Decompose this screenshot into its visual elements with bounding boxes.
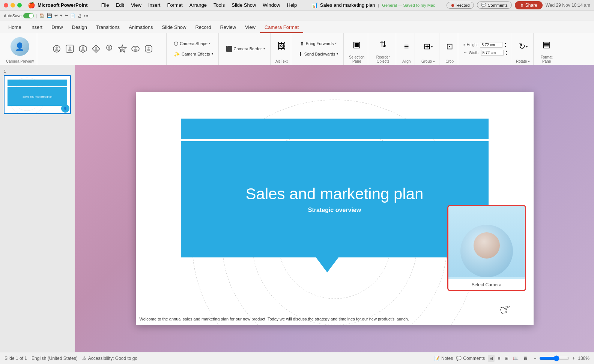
shape-star-btn[interactable] <box>116 43 128 55</box>
view-sorter[interactable]: ⊞ <box>503 355 510 362</box>
rotate-icon: ↻ <box>519 42 525 51</box>
menu-slideshow[interactable]: Slide Show <box>229 2 259 9</box>
autosave-track[interactable] <box>23 13 34 18</box>
menu-file[interactable]: File <box>98 2 112 9</box>
view-outline[interactable]: ≡ <box>496 355 502 362</box>
bring-forwards-btn[interactable]: ⬆ Bring Forwards ▾ <box>296 39 341 48</box>
group-btn[interactable]: ⊞ ▾ <box>424 42 433 51</box>
qa-home[interactable]: 🏠 <box>39 13 45 18</box>
shape-circle-btn[interactable] <box>51 43 63 55</box>
group-label-alt-text[interactable]: Alt Text <box>275 59 288 63</box>
camera-preview-icon: 👤 <box>11 37 29 56</box>
width-input[interactable] <box>481 50 504 56</box>
menu-tools[interactable]: Tools <box>211 2 228 9</box>
svg-point-2 <box>55 49 59 51</box>
tab-animations[interactable]: Animations <box>124 22 157 33</box>
slide-notes-inline: Welcome to the annual sales and marketin… <box>140 317 530 321</box>
camera-widget[interactable]: 🎥 Select Camera <box>447 205 526 291</box>
group-selection-pane: ▣ SelectionPane <box>346 33 368 65</box>
height-input[interactable] <box>480 42 502 48</box>
slide-arrow <box>316 257 338 272</box>
accessibility-status[interactable]: Accessibility: Good to go <box>88 356 137 361</box>
tab-view[interactable]: View <box>241 22 260 33</box>
group-label-group[interactable]: Group ▾ <box>421 59 435 63</box>
menu-view[interactable]: View <box>128 2 144 9</box>
tab-transitions[interactable]: Transitions <box>92 22 124 33</box>
view-reading[interactable]: 📖 <box>511 355 520 362</box>
shape-rounded-square-btn[interactable] <box>143 43 155 55</box>
shape-oval-btn[interactable] <box>129 43 141 55</box>
menu-bar: File Edit View Insert Format Arrange Too… <box>98 2 300 9</box>
minimize-button[interactable] <box>11 3 15 8</box>
slide-title-bar <box>181 119 489 139</box>
qa-undo-dropdown[interactable]: ▾ <box>60 13 62 18</box>
tab-record[interactable]: Record <box>191 22 215 33</box>
shape-diamond-btn[interactable] <box>90 43 102 55</box>
width-increment[interactable]: ▲ <box>505 50 508 53</box>
svg-point-11 <box>94 49 98 51</box>
status-bar: Slide 1 of 1 English (United States) ⚠ A… <box>0 352 594 364</box>
reorder-icon: ⇅ <box>380 40 386 50</box>
group-label-selection-pane[interactable]: SelectionPane <box>349 55 364 63</box>
tab-review[interactable]: Review <box>215 22 241 33</box>
shape-hex-btn[interactable] <box>77 43 89 55</box>
menu-insert[interactable]: Insert <box>145 2 164 9</box>
zoom-slider[interactable] <box>539 355 569 361</box>
svg-point-5 <box>68 49 72 51</box>
autosave-label: AutoSave <box>4 14 22 18</box>
tab-slideshow[interactable]: Slide Show <box>157 22 191 33</box>
menu-format[interactable]: Format <box>164 2 185 9</box>
height-decrement[interactable]: ▼ <box>504 45 507 48</box>
group-label-crop[interactable]: Crop <box>445 59 454 63</box>
tab-home[interactable]: Home <box>4 22 26 33</box>
qa-more[interactable]: ••• <box>84 14 89 18</box>
close-button[interactable] <box>4 3 8 8</box>
rotate-btn[interactable]: ↻ ▾ <box>519 42 528 51</box>
qa-save[interactable]: 💾 <box>47 13 52 18</box>
svg-point-16 <box>121 49 124 51</box>
qa-print[interactable]: 🖨 <box>78 14 82 18</box>
menu-help[interactable]: Help <box>284 2 300 9</box>
width-decrement[interactable]: ▼ <box>505 53 508 56</box>
tab-draw[interactable]: Draw <box>47 22 67 33</box>
height-increment[interactable]: ▲ <box>504 42 507 45</box>
qa-doc[interactable]: 📄 <box>70 13 75 18</box>
view-presenter[interactable]: 🖥 <box>522 355 529 362</box>
align-icon: ≡ <box>404 42 409 51</box>
comments-button[interactable]: 💬 Comments <box>477 2 512 9</box>
camera-shape-btn[interactable]: ⬡ Camera Shape ▾ <box>171 39 213 48</box>
shape-rounded-rect-btn[interactable] <box>64 43 76 55</box>
qa-redo[interactable]: ↪ <box>65 13 68 18</box>
camera-effects-btn[interactable]: ✨ Camera Effects ▾ <box>171 50 215 59</box>
svg-point-19 <box>134 49 137 51</box>
tab-design[interactable]: Design <box>68 22 92 33</box>
autosave-toggle[interactable]: AutoSave <box>4 13 34 18</box>
shape-person-btn[interactable] <box>103 43 115 55</box>
notes-button[interactable]: 📝 Notes <box>434 356 453 361</box>
group-label-align[interactable]: Align <box>402 59 411 63</box>
select-camera-button[interactable]: Select Camera <box>448 279 525 290</box>
slide-thumbnail-1[interactable]: Sales and marketing plan 👤 <box>4 75 71 114</box>
menu-window[interactable]: Window <box>260 2 283 9</box>
zoom-out[interactable]: − <box>532 355 538 362</box>
svg-point-8 <box>81 49 85 51</box>
svg-rect-20 <box>145 45 152 52</box>
group-camera-options: ⬡ Camera Shape ▾ ✨ Camera Effects ▾ <box>168 33 219 65</box>
tab-camera-format[interactable]: Camera Format <box>260 22 303 33</box>
record-button[interactable]: ⏺ Record <box>447 2 474 9</box>
menu-edit[interactable]: Edit <box>113 2 127 9</box>
tab-insert[interactable]: Insert <box>26 22 47 33</box>
group-label-format-pane[interactable]: FormatPane <box>541 55 553 63</box>
group-label-reorder[interactable]: ReorderObjects <box>376 55 390 63</box>
group-label-rotate[interactable]: Rotate ▾ <box>516 59 530 63</box>
qa-undo[interactable]: ↩ <box>54 13 58 18</box>
send-backwards-btn[interactable]: ⬇ Send Backwards ▾ <box>296 50 341 59</box>
menu-arrange[interactable]: Arrange <box>186 2 210 9</box>
camera-border-btn[interactable]: ⬛ Camera Border ▾ <box>224 44 267 53</box>
zoom-in[interactable]: + <box>571 355 576 362</box>
slide-info: Slide 1 of 1 <box>5 356 27 361</box>
comments-status-button[interactable]: 💬 Comments <box>456 356 485 361</box>
fullscreen-button[interactable] <box>17 3 22 8</box>
share-button[interactable]: ⬆ Share <box>515 1 543 9</box>
view-normal[interactable]: ⊟ <box>488 355 495 362</box>
